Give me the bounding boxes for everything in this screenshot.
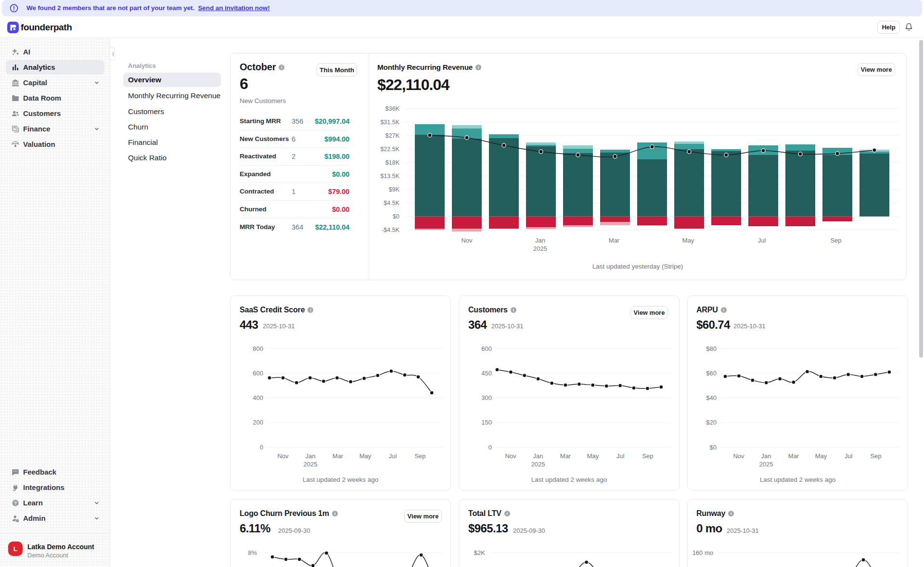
svg-text:$18K: $18K bbox=[385, 159, 400, 166]
svg-text:$2K: $2K bbox=[474, 549, 485, 556]
svg-text:Mar: Mar bbox=[333, 452, 344, 460]
svg-text:May: May bbox=[815, 452, 827, 460]
svg-text:Sep: Sep bbox=[870, 452, 881, 460]
svg-text:-$4.5K: -$4.5K bbox=[382, 227, 399, 233]
svg-text:Jan: Jan bbox=[761, 452, 771, 460]
svg-text:$9K: $9K bbox=[389, 186, 400, 193]
svg-text:150: 150 bbox=[481, 419, 492, 426]
svg-text:0: 0 bbox=[260, 444, 263, 451]
svg-text:Mar: Mar bbox=[788, 452, 799, 460]
svg-text:Nov: Nov bbox=[461, 237, 473, 244]
svg-text:Nov: Nov bbox=[277, 452, 289, 460]
svg-text:Jul: Jul bbox=[845, 452, 853, 460]
svg-text:Nov: Nov bbox=[505, 452, 516, 460]
svg-text:300: 300 bbox=[481, 394, 492, 401]
svg-text:0: 0 bbox=[488, 444, 492, 451]
svg-text:Sep: Sep bbox=[830, 237, 841, 244]
svg-text:?: ? bbox=[14, 501, 17, 505]
svg-text:Mar: Mar bbox=[609, 237, 620, 244]
svg-text:600: 600 bbox=[481, 345, 492, 352]
svg-text:$0: $0 bbox=[393, 213, 399, 220]
svg-text:2025: 2025 bbox=[531, 461, 545, 468]
svg-text:400: 400 bbox=[253, 394, 263, 401]
svg-text:160 mo: 160 mo bbox=[693, 549, 713, 556]
svg-text:$80: $80 bbox=[706, 345, 717, 352]
svg-text:$31.5K: $31.5K bbox=[380, 119, 399, 126]
svg-text:May: May bbox=[587, 452, 599, 460]
svg-text:$40: $40 bbox=[706, 394, 717, 401]
svg-text:2025: 2025 bbox=[533, 245, 547, 252]
svg-text:8%: 8% bbox=[248, 549, 257, 556]
svg-text:Sep: Sep bbox=[414, 452, 425, 460]
svg-text:Jul: Jul bbox=[758, 237, 766, 244]
svg-text:200: 200 bbox=[253, 419, 263, 426]
svg-text:$0: $0 bbox=[710, 444, 717, 451]
svg-text:May: May bbox=[682, 237, 694, 244]
svg-text:600: 600 bbox=[253, 370, 263, 377]
svg-text:Jul: Jul bbox=[616, 452, 625, 460]
svg-text:800: 800 bbox=[253, 345, 263, 352]
svg-text:450: 450 bbox=[481, 370, 492, 377]
svg-text:Jan: Jan bbox=[533, 452, 543, 460]
svg-text:Jan: Jan bbox=[535, 237, 545, 244]
svg-text:$27K: $27K bbox=[385, 132, 400, 139]
svg-text:Mar: Mar bbox=[560, 452, 571, 460]
svg-text:2025: 2025 bbox=[304, 461, 318, 468]
svg-text:May: May bbox=[359, 452, 372, 460]
svg-text:$20: $20 bbox=[706, 419, 717, 426]
svg-text:Nov: Nov bbox=[733, 452, 744, 460]
svg-text:Jul: Jul bbox=[389, 452, 397, 460]
svg-text:$4.5K: $4.5K bbox=[384, 200, 399, 206]
svg-text:$13.5K: $13.5K bbox=[380, 173, 399, 180]
svg-text:Jan: Jan bbox=[306, 452, 316, 460]
svg-text:$22.5K: $22.5K bbox=[380, 146, 399, 153]
svg-text:Sep: Sep bbox=[642, 452, 653, 460]
svg-text:$36K: $36K bbox=[385, 105, 400, 112]
svg-text:$60: $60 bbox=[706, 370, 717, 377]
svg-text:2025: 2025 bbox=[759, 461, 773, 468]
